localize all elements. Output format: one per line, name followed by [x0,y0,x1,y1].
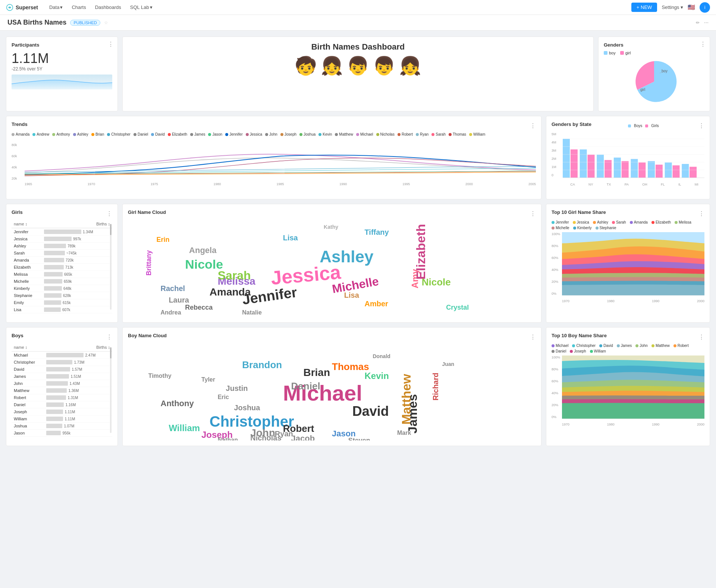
edit-icon[interactable]: ✏ [696,20,700,25]
legend-james: James [190,132,205,136]
boy-cloud-menu-icon[interactable]: ⋮ [530,333,536,341]
name-cell: John [12,380,44,387]
participants-title: Participants [12,42,112,48]
girls-births-col[interactable]: Births ↕ [42,220,112,228]
page-title: USA Births Names [7,19,66,26]
boy-share-y-axis: 100%80%60%40%20%0% [552,355,560,419]
trends-legend: Amanda Andrew Anthony Ashley Brian [12,132,536,136]
boys-name-col[interactable]: name ↕ [12,344,44,351]
girl-legend-label: girl [625,51,631,55]
legend-matthew: Matthew [335,132,353,136]
value-cell: 665k [42,271,112,278]
table-row: Lisa 607k [12,306,112,313]
trends-menu-icon[interactable]: ⋮ [530,122,536,129]
value-cell: 997k [42,235,112,243]
girls-legend-label: Girls [651,124,659,128]
legend-joshua: Joshua [299,132,315,136]
girl-share-menu-icon[interactable]: ⋮ [698,210,704,217]
table-row: Michael 2.47M [12,351,112,359]
genders-state-title: Genders by State [552,121,591,127]
name-cell: Joshua [12,423,44,430]
svg-rect-14 [656,165,663,178]
anthony-color [52,133,55,136]
boy-share-svg [562,355,704,419]
name-cell: Christopher [12,359,44,366]
christopher-color [107,133,110,136]
girl-cloud-menu-icon[interactable]: ⋮ [530,210,536,217]
nav-charts[interactable]: Charts [68,3,90,12]
settings-button[interactable]: Settings ▾ [662,4,683,10]
value-cell: 713k [42,264,112,271]
genders-menu-icon[interactable]: ⋮ [700,41,706,48]
value-cell: 1.57M [44,366,112,373]
state-menu-icon[interactable]: ⋮ [698,122,704,129]
name-cell: Jason [12,430,44,437]
word-rebecca: Rebecca [185,304,213,312]
value-cell: 1.43M [44,380,112,387]
more-options-icon[interactable]: ⋯ [704,20,709,25]
top10-boy-card: Top 10 Boy Name Share ⋮ Michael Christop… [546,327,710,446]
girls-header: Girls ⋮ [12,209,112,218]
value-cell: 1.36M [44,387,112,394]
birth-names-title: Birth Names Dashboard [128,42,588,52]
boys-scrollbar[interactable] [110,347,112,433]
user-avatar[interactable]: i [700,2,710,13]
legend-william: William [469,132,485,136]
legend-jessica: Jessica [246,132,262,136]
participants-card: Participants ⋮ 1.11M -22.5% over 5Y [6,37,118,111]
boys-legend-label: Boys [634,124,642,128]
boys-menu-icon[interactable]: ⋮ [106,333,112,341]
table-row: Melissa 665k [12,271,112,278]
word-kevin: Kevin [365,371,389,381]
table-row: Joseph 1.11M [12,408,112,415]
name-cell: Jessica [12,235,42,243]
word-steven: Steven [348,437,370,440]
girls-menu-icon[interactable]: ⋮ [106,210,112,217]
value-cell: 1.11M [44,408,112,415]
brand: Superset [6,4,38,11]
value-cell: 1.73M [44,359,112,366]
word-james: James [406,394,420,434]
legend-ashley: Ashley [73,132,88,136]
participants-menu-icon[interactable]: ⋮ [108,41,114,48]
sarah-color [431,133,434,136]
name-cell: James [12,373,44,380]
scrollbar[interactable] [110,224,112,310]
legend-label: Kevin [323,132,332,136]
new-button[interactable]: + NEW [631,3,657,12]
svg-rect-6 [588,155,595,178]
girl-share-x-axis: 1970198019902000 [562,299,704,303]
boy-share-title: Top 10 Boy Name Share [552,333,607,338]
william-color [469,133,472,136]
legend-anthony: Anthony [52,132,70,136]
language-flag[interactable]: 🇺🇸 [688,4,695,11]
state-bar-svg [563,132,704,181]
daniel-color [134,133,136,136]
top10-girl-card: Top 10 Girl Name Share ⋮ Jennifer Jessic… [546,204,710,323]
boys-births-col[interactable]: Births ↕ [44,344,112,351]
name-cell: Matthew [12,387,44,394]
value-cell: 1.31M [44,394,112,401]
nav-data[interactable]: Data ▾ [45,3,66,12]
name-cell: William [12,415,44,423]
girl-share-svg [562,232,704,295]
nav-dashboards[interactable]: Dashboards [91,3,125,12]
girls-table-wrapper: name ↕ Births ↕ Jennifer 1.34M Jessica [12,220,112,313]
star-icon[interactable]: ☆ [104,20,108,25]
girls-name-col[interactable]: name ↕ [12,220,42,228]
nav-sqllab[interactable]: SQL Lab ▾ [126,3,156,12]
row-3: Girls ⋮ name ↕ Births ↕ Jennifer [6,204,710,323]
boy-share-menu-icon[interactable]: ⋮ [698,333,704,341]
value-cell: 956k [44,430,112,437]
word-laura: Laura [169,296,189,304]
boys-table-card: Boys ⋮ name ↕ Births ↕ Michael [6,327,118,446]
value-cell: 2.47M [44,351,112,359]
word-brandon: Brandon [242,359,282,371]
michael-color [356,133,359,136]
ryan-color [416,133,419,136]
word-joshua: Joshua [234,404,260,412]
value-cell: 1.51M [44,373,112,380]
joseph-color [280,133,283,136]
legend-label: James [194,132,205,136]
navbar-right: + NEW Settings ▾ 🇺🇸 i [631,2,710,13]
